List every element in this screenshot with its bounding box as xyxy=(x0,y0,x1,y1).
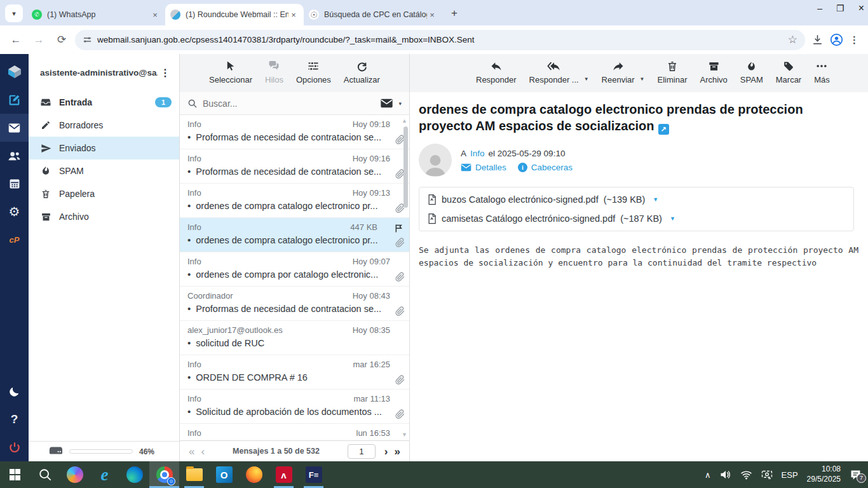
attachment-item[interactable]: camisetas Catálogo electrónico-signed.pd… xyxy=(419,209,853,228)
message-row[interactable]: Infomar 11:13 •Solicitud de aprobación d… xyxy=(180,390,409,424)
firefox-button[interactable] xyxy=(239,461,269,488)
search-input[interactable] xyxy=(203,98,375,109)
firmaec-button[interactable]: F≡ xyxy=(299,461,329,488)
open-in-new-window-icon[interactable]: ↗ xyxy=(658,124,669,135)
tab-search-button[interactable]: ▾ xyxy=(5,4,23,22)
window-restore-button[interactable]: ❐ xyxy=(836,3,844,13)
tab-roundcube[interactable]: (1) Roundcube Webmail :: Envia × xyxy=(165,4,304,25)
folder-borradores[interactable]: Borradores xyxy=(29,114,179,137)
reply-button[interactable]: Responder xyxy=(476,59,517,85)
message-row[interactable]: InfoHoy 09:13 •ordenes de compra catalog… xyxy=(180,184,409,218)
site-settings-icon[interactable] xyxy=(83,35,92,44)
attachment-menu-icon[interactable]: ▼ xyxy=(653,196,658,203)
message-row[interactable]: Infolun 16:53 xyxy=(180,424,409,440)
teams-status-icon[interactable] xyxy=(761,470,773,480)
forward-button[interactable]: → xyxy=(29,30,48,50)
tab-close-icon[interactable]: × xyxy=(150,10,160,20)
mark-button[interactable]: Marcar xyxy=(776,59,801,85)
help-button[interactable]: ? xyxy=(0,405,29,433)
dark-mode-button[interactable] xyxy=(0,377,29,405)
message-row-selected[interactable]: Info447 KB •ordenes de compra catalogo e… xyxy=(180,218,409,252)
profile-icon[interactable] xyxy=(830,33,843,46)
refresh-button[interactable]: Actualizar xyxy=(344,59,380,85)
message-row[interactable]: alex_junior17@outlook.esHoy 08:35 •solic… xyxy=(180,321,409,355)
folder-papelera[interactable]: Papelera xyxy=(29,182,179,205)
window-close-button[interactable]: × xyxy=(858,3,864,14)
acrobat-button[interactable]: ʌ xyxy=(269,461,299,488)
taskbar-search-button[interactable] xyxy=(30,461,60,488)
back-button[interactable]: ← xyxy=(6,30,25,50)
forward-caret-icon[interactable]: ▼ xyxy=(640,76,645,82)
notification-center-button[interactable]: 7 xyxy=(850,470,862,480)
compose-button[interactable] xyxy=(0,86,29,114)
file-explorer-button[interactable] xyxy=(179,461,209,488)
flag-icon[interactable] xyxy=(394,223,404,236)
chrome-button[interactable]: ☺ xyxy=(149,461,179,488)
new-tab-button[interactable]: + xyxy=(446,5,463,22)
prev-page-button[interactable]: ‹ xyxy=(201,446,205,457)
rail-settings-button[interactable]: ⚙ xyxy=(0,198,29,226)
headers-toggle[interactable]: i Cabeceras xyxy=(518,163,573,172)
reply-all-caret-icon[interactable]: ▼ xyxy=(584,76,589,82)
copilot-button[interactable] xyxy=(60,461,90,488)
rail-calendar-button[interactable] xyxy=(0,170,29,198)
folder-spam[interactable]: SPAM xyxy=(29,159,179,182)
address-bar[interactable]: webmail.sanjuan.gob.ec/cpsess1401470381/… xyxy=(75,30,805,50)
account-menu-icon[interactable]: ⋮ xyxy=(158,67,173,79)
options-button[interactable]: Opciones xyxy=(296,59,331,85)
reload-button[interactable]: ⟳ xyxy=(52,30,71,50)
logout-button[interactable] xyxy=(0,433,29,461)
details-toggle[interactable]: Detalles xyxy=(461,163,506,172)
scroll-down-icon[interactable]: ▼ xyxy=(402,431,407,438)
bookmark-star-icon[interactable]: ☆ xyxy=(788,33,797,46)
start-button[interactable] xyxy=(0,461,30,488)
attachment-name: buzos Catalogo electrónico-signed.pdf xyxy=(442,194,599,205)
tab-close-icon[interactable]: × xyxy=(288,10,299,20)
volume-icon[interactable] xyxy=(720,470,731,480)
edge-button[interactable] xyxy=(119,461,149,488)
message-row[interactable]: Infomar 16:25 •ORDEN DE COMPRA # 16 xyxy=(180,355,409,390)
rail-contacts-button[interactable] xyxy=(0,142,29,170)
forward-button[interactable]: Reenviar xyxy=(602,59,635,85)
more-button[interactable]: Más xyxy=(814,59,830,85)
tab-close-icon[interactable]: × xyxy=(427,10,437,20)
wifi-icon[interactable] xyxy=(740,470,752,480)
attachment-menu-icon[interactable]: ▼ xyxy=(670,215,675,222)
message-row[interactable]: InfoHoy 09:16 •Proformas de necesidad de… xyxy=(180,149,409,184)
reply-all-button[interactable]: Responder ... xyxy=(529,59,579,85)
folder-enviados[interactable]: Enviados xyxy=(29,137,179,159)
cpanel-logo[interactable]: cP xyxy=(0,226,29,254)
first-page-button[interactable]: « xyxy=(189,446,194,457)
rail-mail-button[interactable] xyxy=(0,114,29,142)
scroll-up-icon[interactable]: ▲ xyxy=(402,118,407,124)
outlook-button[interactable]: O xyxy=(209,461,239,488)
language-indicator[interactable]: ESP xyxy=(782,470,798,480)
internet-explorer-button[interactable]: e xyxy=(90,461,119,488)
window-minimize-button[interactable]: – xyxy=(817,3,822,13)
browser-menu-icon[interactable]: ⋮ xyxy=(850,34,859,46)
message-row[interactable]: CoordinadorHoy 08:43 •Proformas de neces… xyxy=(180,287,409,321)
recipient-link[interactable]: Info xyxy=(470,149,485,158)
downloads-icon[interactable] xyxy=(811,34,824,46)
delete-button[interactable]: Eliminar xyxy=(658,59,688,85)
attachment-item[interactable]: buzos Catalogo electrónico-signed.pdf (~… xyxy=(419,190,853,209)
next-page-button[interactable]: › xyxy=(384,446,388,457)
page-number-input[interactable] xyxy=(348,444,376,459)
list-scrollbar[interactable] xyxy=(403,126,408,208)
message-row[interactable]: InfoHoy 09:07 •ordenes de compra por cat… xyxy=(180,252,409,287)
search-scope-icon[interactable] xyxy=(380,98,393,108)
threads-button[interactable]: Hilos xyxy=(265,59,283,85)
message-row[interactable]: InfoHoy 09:18 •Proformas de necesidad de… xyxy=(180,115,409,149)
select-button[interactable]: Seleccionar xyxy=(209,59,252,85)
tab-cpc-search[interactable]: ☉ Búsqueda de CPC en Catálogo × xyxy=(304,4,442,25)
hidden-icons-chevron[interactable]: ∧ xyxy=(705,470,711,480)
archive-button[interactable]: Archivo xyxy=(700,59,728,85)
folder-entrada[interactable]: Entrada 1 xyxy=(29,91,179,114)
tab-whatsapp[interactable]: ✆ (1) WhatsApp × xyxy=(27,4,165,25)
folder-archivo[interactable]: Archivo xyxy=(29,205,179,228)
folder-label: Papelera xyxy=(59,189,95,199)
spam-button[interactable]: SPAM xyxy=(740,59,763,85)
last-page-button[interactable]: » xyxy=(395,446,400,457)
search-options-chevron-icon[interactable]: ▾ xyxy=(398,100,402,107)
clock[interactable]: 10:08 29/5/2025 xyxy=(807,464,841,484)
